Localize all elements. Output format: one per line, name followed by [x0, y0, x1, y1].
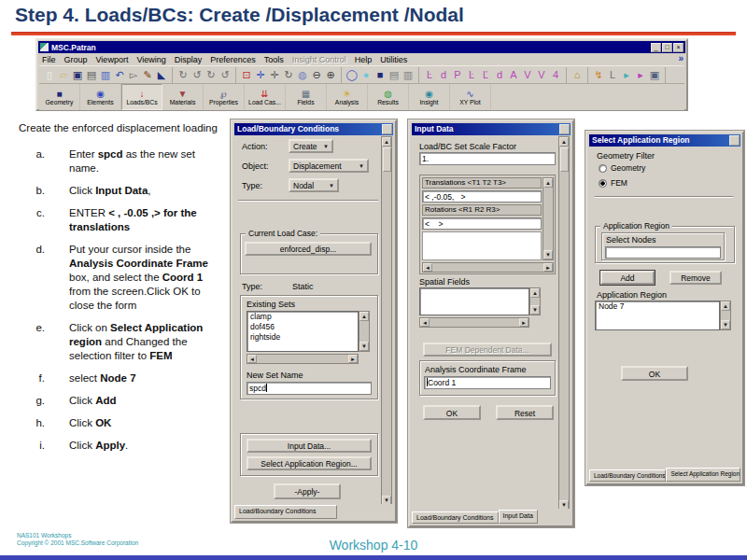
- scroll-left-icon[interactable]: [423, 263, 432, 272]
- dof-panel-hscroll[interactable]: [422, 262, 554, 273]
- wireframe-icon[interactable]: ◯: [345, 67, 359, 82]
- spatial-fields-list[interactable]: [419, 287, 529, 315]
- select-application-region-button[interactable]: Select Application Region...: [247, 456, 372, 470]
- orbit-icon[interactable]: ◍: [296, 67, 309, 82]
- translations-input[interactable]: < ,-0.05, >: [422, 190, 542, 203]
- dialog-tab[interactable]: Load/Boundary Conditions: [412, 511, 499, 524]
- new-file-icon[interactable]: ▯: [43, 67, 56, 82]
- spatial-fields-vscroll[interactable]: [529, 287, 541, 315]
- dialog-vscroll[interactable]: [558, 136, 570, 511]
- brush-icon[interactable]: ✎: [141, 67, 154, 82]
- load-bc-titlebar[interactable]: Load/Boundary Conditions: [234, 123, 393, 135]
- tab-load-boundary-conditions[interactable]: Load/Boundary Conditions: [234, 505, 337, 519]
- zoom-in-icon[interactable]: ⊕: [324, 67, 337, 82]
- app-xy-plot-button[interactable]: ∿ XY Plot: [450, 84, 491, 110]
- app-loads-bcs-button[interactable]: ↓ Loads/BCs: [121, 84, 162, 110]
- geometry-radio[interactable]: Geometry: [599, 163, 645, 173]
- solid-shaded-icon[interactable]: ■: [374, 67, 387, 82]
- existing-sets-list[interactable]: clampdof456rightside: [247, 311, 359, 352]
- menu-item[interactable]: Utilities: [380, 55, 407, 64]
- displacement-load-icon[interactable]: Ŀ: [465, 67, 478, 82]
- print-icon[interactable]: ▤: [85, 67, 98, 82]
- spatial-fields-hscroll[interactable]: [419, 317, 529, 328]
- select-cursor-icon[interactable]: ▻: [127, 67, 140, 82]
- axis-icon[interactable]: L: [606, 67, 619, 82]
- scroll-left-icon[interactable]: [420, 318, 430, 327]
- center-icon[interactable]: ✛: [268, 67, 281, 82]
- reset-button[interactable]: Reset: [496, 405, 554, 420]
- scroll-thumb[interactable]: [383, 147, 391, 172]
- new-set-name-input[interactable]: spcd: [247, 382, 372, 395]
- app-materials-button[interactable]: ▼ Materials: [162, 84, 204, 110]
- acceleration-load-icon[interactable]: d: [493, 67, 506, 82]
- fem-radio[interactable]: FEM: [599, 178, 627, 188]
- dialog-tab[interactable]: Load/Boundary Conditions: [589, 469, 666, 482]
- analysis-frame-input[interactable]: Coord 1: [424, 376, 551, 389]
- maximize-button[interactable]: □: [662, 43, 672, 52]
- add-button[interactable]: Add: [600, 271, 655, 285]
- smooth-shaded-icon[interactable]: ●: [359, 67, 373, 82]
- scroll-down-icon[interactable]: [359, 342, 369, 351]
- scroll-down-icon[interactable]: [721, 320, 730, 329]
- dialog-close-button[interactable]: [729, 135, 740, 146]
- scroll-right-icon[interactable]: [543, 263, 553, 272]
- existing-sets-hscroll[interactable]: [247, 354, 359, 364]
- ok-button[interactable]: OK: [621, 366, 688, 381]
- app-insight-button[interactable]: ◉ Insight: [409, 84, 450, 110]
- app-elements-button[interactable]: ◉ Elements: [80, 84, 121, 110]
- menu-item[interactable]: Viewing: [136, 55, 165, 64]
- open-folder-icon[interactable]: ▱: [57, 67, 70, 82]
- rotate-y-icon[interactable]: ↺: [190, 67, 204, 82]
- menu-item[interactable]: Viewport: [96, 55, 129, 64]
- menu-item[interactable]: Tools: [264, 55, 284, 64]
- current-load-case-button[interactable]: enforced_disp...: [245, 242, 372, 256]
- existing-set-item[interactable]: dof456: [247, 322, 358, 332]
- velocity-load-icon[interactable]: Ľ: [479, 67, 492, 82]
- existing-set-item[interactable]: rightside: [247, 332, 358, 343]
- pick-teal-icon[interactable]: ▸: [620, 67, 633, 82]
- initial-velocity-load-icon[interactable]: A: [507, 67, 520, 82]
- zoom-out-icon[interactable]: ⊖: [310, 67, 323, 82]
- scroll-right-icon[interactable]: [519, 318, 529, 327]
- application-region-item[interactable]: Node 7: [596, 301, 719, 312]
- close-button[interactable]: ×: [673, 43, 684, 52]
- scroll-up-icon[interactable]: [543, 178, 553, 188]
- scroll-up-icon[interactable]: [559, 137, 569, 147]
- object-dropdown[interactable]: Displacement: [289, 159, 369, 173]
- input-data-titlebar[interactable]: Input Data: [412, 123, 571, 135]
- application-region-list[interactable]: Node 7: [595, 301, 720, 330]
- pressure-load-icon[interactable]: P: [451, 67, 464, 82]
- dialog-tab[interactable]: Select Application Region: [666, 468, 740, 482]
- remove-button[interactable]: Remove: [669, 271, 722, 285]
- action-dropdown[interactable]: Create: [289, 139, 333, 153]
- app-load-cases-button[interactable]: ⇊ Load Cas...: [245, 84, 286, 110]
- pointer-flag-icon[interactable]: ◣: [155, 67, 168, 82]
- select-nodes-input[interactable]: [605, 246, 721, 259]
- scroll-up-icon[interactable]: [721, 301, 730, 311]
- pick-magenta-icon[interactable]: ▸: [634, 67, 647, 82]
- rotate-x-icon[interactable]: ↻: [176, 67, 190, 82]
- scroll-left-icon[interactable]: [247, 355, 257, 363]
- moment-load-icon[interactable]: d: [437, 67, 450, 82]
- patran-titlebar[interactable]: MSC.Patran _ □ ×: [38, 41, 685, 53]
- temperature-load-icon[interactable]: V: [521, 67, 534, 82]
- label-off-icon[interactable]: ▥: [402, 67, 415, 82]
- menu-item[interactable]: Help: [355, 55, 373, 64]
- rotate-free-icon[interactable]: ↺: [218, 67, 232, 82]
- home-icon[interactable]: ⌂: [571, 67, 584, 82]
- app-analysis-button[interactable]: ☀ Analysis: [327, 84, 368, 110]
- scroll-up-icon[interactable]: [382, 137, 391, 147]
- menu-item[interactable]: File: [42, 55, 56, 64]
- scroll-up-icon[interactable]: [530, 288, 540, 298]
- label-on-icon[interactable]: ▤: [388, 67, 401, 82]
- force-load-icon[interactable]: Ŀ: [423, 67, 436, 82]
- copy-icon[interactable]: ▥: [99, 67, 112, 82]
- fit-view-icon[interactable]: ⊡: [240, 67, 253, 82]
- menu-item[interactable]: Display: [175, 55, 203, 64]
- contact-load-icon[interactable]: 4: [549, 67, 562, 82]
- app-geometry-button[interactable]: ■ Geometry: [39, 84, 80, 110]
- app-results-button[interactable]: ◍ Results: [368, 84, 409, 110]
- dialog-tab[interactable]: Input Data: [499, 510, 538, 524]
- rotations-input[interactable]: < >: [422, 217, 542, 230]
- apply-button[interactable]: -Apply-: [274, 483, 341, 499]
